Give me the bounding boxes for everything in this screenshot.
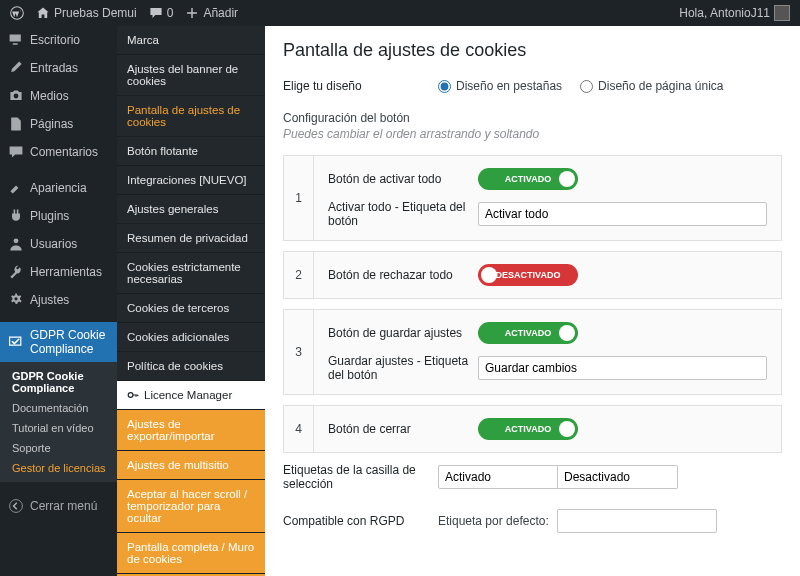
card-3-row-0-label: Botón de guardar ajustes xyxy=(328,326,478,340)
subnav-item-7[interactable]: Cookies estrictamente necesarias xyxy=(117,253,265,294)
subnav-item-6[interactable]: Resumen de privacidad xyxy=(117,224,265,253)
button-card-4: 4Botón de cerrarACTIVADO xyxy=(283,405,782,453)
card-number: 1 xyxy=(284,156,314,240)
card-4-row-0-label: Botón de cerrar xyxy=(328,422,478,436)
subnav-item-5[interactable]: Ajustes generales xyxy=(117,195,265,224)
card-1-row-0-label: Botón de activar todo xyxy=(328,172,478,186)
button-card-2: 2Botón de rechazar todoDESACTIVADO xyxy=(283,251,782,299)
button-config-title: Configuración del botón xyxy=(283,111,782,125)
button-config-hint: Puedes cambiar el orden arrastrando y so… xyxy=(283,127,782,141)
subnav-item-10[interactable]: Política de cookies xyxy=(117,352,265,381)
card-3-input[interactable] xyxy=(478,356,767,380)
subnav-item-12[interactable]: Ajustes de exportar/importar xyxy=(117,410,265,451)
sidebar-item-4[interactable]: Comentarios xyxy=(0,138,117,166)
design-label: Elige tu diseño xyxy=(283,79,438,93)
checkbox-on-input[interactable] xyxy=(438,465,558,489)
button-card-1: 1Botón de activar todoACTIVADOActivar to… xyxy=(283,155,782,241)
subnav-item-13[interactable]: Ajustes de multisitio xyxy=(117,451,265,480)
plugin-subnav: MarcaAjustes del banner de cookiesPantal… xyxy=(117,26,265,576)
subnav-item-1[interactable]: Ajustes del banner de cookies xyxy=(117,55,265,96)
sub-title[interactable]: GDPR Cookie Compliance xyxy=(0,366,117,398)
wp-logo[interactable] xyxy=(10,6,24,20)
subnav-item-15[interactable]: Pantalla completa / Muro de cookies xyxy=(117,533,265,574)
card-4-toggle[interactable]: ACTIVADO xyxy=(478,418,578,440)
sub-item-2[interactable]: Soporte xyxy=(0,438,117,458)
subnav-item-8[interactable]: Cookies de terceros xyxy=(117,294,265,323)
comments-count[interactable]: 0 xyxy=(149,6,174,20)
subnav-item-3[interactable]: Botón flotante xyxy=(117,137,265,166)
design-single-radio[interactable]: Diseño de página única xyxy=(580,79,723,93)
sidebar-item-2[interactable]: Medios xyxy=(0,82,117,110)
site-name[interactable]: Pruebas Demui xyxy=(36,6,137,20)
card-number: 2 xyxy=(284,252,314,298)
sidebar-item-3[interactable]: Páginas xyxy=(0,110,117,138)
checkbox-labels-label: Etiquetas de la casilla de selección xyxy=(283,463,438,491)
svg-point-3 xyxy=(14,297,17,300)
subnav-item-11[interactable]: Licence Manager xyxy=(117,381,265,410)
design-tabs-radio[interactable]: Diseño en pestañas xyxy=(438,79,562,93)
add-new[interactable]: Añadir xyxy=(185,6,238,20)
card-2-toggle[interactable]: DESACTIVADO xyxy=(478,264,578,286)
admin-sidebar: EscritorioEntradasMediosPáginasComentari… xyxy=(0,26,117,576)
card-1-toggle[interactable]: ACTIVADO xyxy=(478,168,578,190)
sidebar-item-8[interactable]: Herramientas xyxy=(0,258,117,286)
sub-item-3[interactable]: Gestor de licencias xyxy=(0,458,117,478)
svg-point-2 xyxy=(14,238,19,243)
page-title: Pantalla de ajustes de cookies xyxy=(283,40,782,61)
avatar xyxy=(774,5,790,21)
card-1-row-1-label: Activar todo - Etiqueta del botón xyxy=(328,200,478,228)
card-2-row-0-label: Botón de rechazar todo xyxy=(328,268,478,282)
rgpd-label: Compatible con RGPD xyxy=(283,514,438,528)
subnav-item-14[interactable]: Aceptar al hacer scroll / temporizador p… xyxy=(117,480,265,533)
card-3-row-1-label: Guardar ajustes - Etiqueta del botón xyxy=(328,354,478,382)
button-card-3: 3Botón de guardar ajustesACTIVADOGuardar… xyxy=(283,309,782,395)
user-greeting[interactable]: Hola, AntonioJ11 xyxy=(679,5,790,21)
sidebar-item-5[interactable]: Apariencia xyxy=(0,174,117,202)
card-number: 4 xyxy=(284,406,314,452)
main-content: Pantalla de ajustes de cookies Elige tu … xyxy=(265,26,800,576)
subnav-item-4[interactable]: Integraciones [NUEVO] xyxy=(117,166,265,195)
admin-bar: Pruebas Demui 0 Añadir Hola, AntonioJ11 xyxy=(0,0,800,26)
svg-point-4 xyxy=(10,500,23,513)
subnav-item-9[interactable]: Cookies adicionales xyxy=(117,323,265,352)
subnav-item-2[interactable]: Pantalla de ajustes de cookies xyxy=(117,96,265,137)
card-number: 3 xyxy=(284,310,314,394)
checkbox-off-input[interactable] xyxy=(558,465,678,489)
sidebar-item-6[interactable]: Plugins xyxy=(0,202,117,230)
collapse-menu[interactable]: Cerrar menú xyxy=(0,490,117,522)
sidebar-item-0[interactable]: Escritorio xyxy=(0,26,117,54)
svg-point-5 xyxy=(128,393,133,398)
rgpd-input[interactable] xyxy=(557,509,717,533)
subnav-item-0[interactable]: Marca xyxy=(117,26,265,55)
card-1-input[interactable] xyxy=(478,202,767,226)
rgpd-sublabel: Etiqueta por defecto: xyxy=(438,514,549,528)
sidebar-item-1[interactable]: Entradas xyxy=(0,54,117,82)
sidebar-item-9[interactable]: Ajustes xyxy=(0,286,117,314)
sidebar-item-10[interactable]: GDPR Cookie Compliance xyxy=(0,322,117,362)
sub-item-1[interactable]: Tutorial en vídeo xyxy=(0,418,117,438)
sidebar-item-7[interactable]: Usuarios xyxy=(0,230,117,258)
svg-point-1 xyxy=(14,94,19,99)
card-3-toggle[interactable]: ACTIVADO xyxy=(478,322,578,344)
sub-item-0[interactable]: Documentación xyxy=(0,398,117,418)
